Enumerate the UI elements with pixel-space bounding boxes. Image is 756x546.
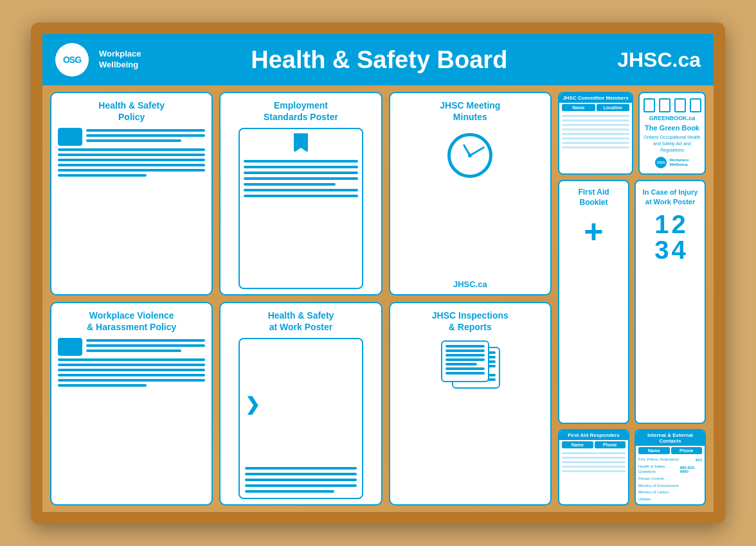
- greenbook-title: The Green Book: [645, 124, 699, 132]
- panel-line: [562, 133, 629, 135]
- osg-logo-text: OSG: [63, 55, 81, 65]
- health-at-work-card: Health & Safety at Work Poster ❯: [219, 302, 382, 506]
- greenbook-panel: GREENBOOK.ca The Green Book Ontario Occu…: [638, 92, 706, 175]
- health-safety-policy-card: Health & Safety Policy: [50, 92, 213, 295]
- book-icon-3: [674, 98, 686, 112]
- contact-row-env: Ministry of Environment: [638, 484, 702, 489]
- poster-lines: [244, 160, 359, 197]
- jhsc-members-panel: JHSC Committee Members Name Location: [558, 92, 633, 175]
- contact-row-utilities: Utilities: [638, 497, 702, 502]
- right-sidebar: JHSC Committee Members Name Location: [558, 92, 706, 506]
- poster-bookmark-icon: [294, 133, 308, 152]
- first-aid-panel: First Aid Booklet +: [558, 180, 629, 424]
- bulletin-board: OSG Workplace Wellbeing Health & Safety …: [31, 22, 725, 524]
- jhsc-col-location: Location: [597, 104, 630, 111]
- panel-line: [562, 128, 629, 130]
- jhsc-meeting-card: JHSC Meeting Minutes JHSC.ca: [389, 92, 552, 295]
- injury-num-4: 4: [672, 237, 686, 263]
- book-icon-1: [644, 98, 655, 112]
- health-at-work-title: Health & Safety at Work Poster: [268, 310, 334, 333]
- line: [58, 374, 205, 376]
- policy-lines: [58, 148, 205, 177]
- osg-mini-circle: OSG: [655, 157, 667, 168]
- first-aid-responders-sub-headers: Name Phone: [559, 440, 628, 450]
- line: [86, 344, 205, 347]
- clock-center-dot: [468, 154, 472, 157]
- line: [446, 363, 477, 365]
- panel-line: [562, 115, 629, 117]
- line: [86, 129, 205, 132]
- line: [244, 195, 359, 197]
- internal-contacts-panel: Internal & External Contacts Name Phone …: [634, 429, 706, 506]
- content-area: Health & Safety Policy: [42, 85, 714, 512]
- header-bar: OSG Workplace Wellbeing Health & Safety …: [42, 34, 714, 85]
- line: [58, 379, 205, 382]
- osg-mini-text: OSG: [657, 161, 665, 164]
- contacts-body: Fire, Police, Ambulance 911 Health & Saf…: [636, 455, 705, 504]
- jhsc-members-sub-headers: Name Location: [559, 103, 632, 112]
- line: [58, 358, 205, 361]
- first-aid-responders-header: First Aid Responders: [559, 430, 628, 440]
- line: [58, 364, 205, 366]
- osg-mini-label: Workplace Wellbeing: [669, 158, 688, 168]
- line: [58, 169, 205, 172]
- panel-line: [562, 461, 626, 463]
- book-icon-2: [659, 98, 670, 112]
- jhsc-members-lines: [559, 112, 632, 151]
- line: [446, 345, 485, 348]
- line: [58, 164, 205, 166]
- contact-label-hs: Health & Safety Questions: [638, 464, 680, 475]
- contact-row-fire: Fire, Police, Ambulance 911: [638, 457, 702, 462]
- line: [446, 358, 485, 361]
- line: [86, 139, 181, 142]
- line: [86, 134, 205, 137]
- greenbook-url: GREENBOOK.ca: [649, 115, 696, 121]
- employment-standards-title: Employment Standards Poster: [264, 100, 338, 123]
- clock-icon: [447, 133, 492, 178]
- contact-label-fire: Fire, Police, Ambulance: [638, 457, 679, 462]
- injury-title: In Case of Injury at Work Poster: [643, 188, 698, 206]
- osg-logo: OSG: [55, 43, 89, 76]
- line: [244, 172, 359, 174]
- greenbook-book-icons: [644, 98, 701, 112]
- plus-icon: +: [584, 215, 603, 248]
- panel-line: [562, 142, 629, 144]
- line: [244, 183, 336, 186]
- doc-front: [441, 340, 489, 382]
- line: [446, 372, 485, 374]
- line: [58, 384, 147, 387]
- contacts-sub-headers: Name Phone: [636, 446, 705, 455]
- contact-row-hs: Health & Safety Questions 800-815-9980: [638, 464, 702, 475]
- line: [245, 473, 357, 475]
- panel-line: [562, 124, 629, 126]
- line: [58, 154, 205, 156]
- policy-image-box: [58, 128, 82, 146]
- book-icon-4: [690, 98, 701, 112]
- line: [86, 339, 205, 342]
- logo-subtitle: Workplace Wellbeing: [99, 49, 141, 71]
- line: [244, 189, 359, 191]
- greenbook-osg-logo: OSG Workplace Wellbeing: [655, 157, 688, 168]
- line: [245, 490, 335, 493]
- injury-numbers: 1 2 3 4: [654, 211, 686, 263]
- contact-label-poison: Poison Control: [638, 477, 663, 482]
- line: [245, 484, 357, 487]
- jhsc-inspections-card: JHSC Inspections & Reports: [389, 302, 552, 506]
- jhsc-members-header: JHSC Committee Members: [559, 93, 632, 103]
- jhsc-meeting-title: JHSC Meeting Minutes: [440, 100, 500, 123]
- sidebar-top-row: JHSC Committee Members Name Location: [558, 92, 706, 175]
- line: [245, 479, 357, 481]
- line: [446, 349, 485, 352]
- contacts-header: Internal & External Contacts: [636, 430, 705, 446]
- header-url: JHSC.ca: [617, 48, 701, 72]
- contacts-col-name: Name: [638, 447, 670, 454]
- contact-label-labour: Ministry of Labour: [638, 490, 669, 495]
- first-aid-responders-panel: First Aid Responders Name Phone: [558, 429, 629, 506]
- first-aid-title: First Aid Booklet: [578, 188, 609, 207]
- injury-num-1: 1: [654, 211, 669, 237]
- violence-doc-icon: [58, 338, 205, 356]
- line: [446, 367, 485, 370]
- contact-value-fire: 911: [696, 458, 702, 462]
- header-title: Health & Safety Board: [152, 46, 608, 74]
- violence-doc-lines: [86, 338, 205, 352]
